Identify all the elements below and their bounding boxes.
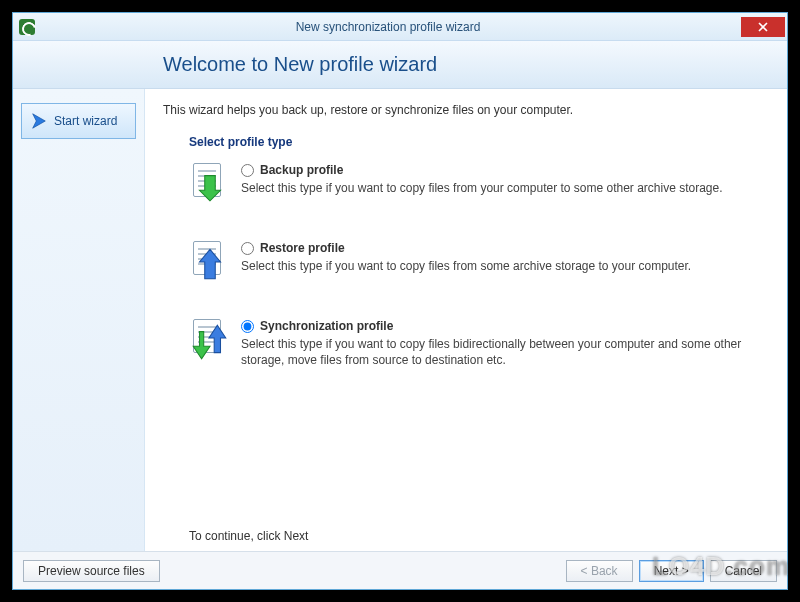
wizard-window: New synchronization profile wizard Welco… xyxy=(12,12,788,590)
restore-icon xyxy=(189,241,231,283)
option-backup: Backup profile Select this type if you w… xyxy=(189,163,765,205)
start-wizard-label: Start wizard xyxy=(54,114,117,128)
play-arrow-icon xyxy=(30,112,48,130)
next-button[interactable]: Next > xyxy=(639,560,704,582)
cancel-button[interactable]: Cancel xyxy=(710,560,777,582)
sync-icon xyxy=(189,319,231,361)
start-wizard-button[interactable]: Start wizard xyxy=(21,103,136,139)
option-sync: Synchronization profile Select this type… xyxy=(189,319,765,368)
window-title: New synchronization profile wizard xyxy=(35,20,741,34)
label-backup[interactable]: Backup profile xyxy=(260,163,343,177)
header-band: Welcome to New profile wizard xyxy=(13,41,787,89)
app-icon xyxy=(19,19,35,35)
profile-type-options: Backup profile Select this type if you w… xyxy=(189,163,765,368)
footer: Preview source files < Back Next > Cance… xyxy=(13,551,787,589)
backup-icon xyxy=(189,163,231,205)
label-restore[interactable]: Restore profile xyxy=(260,241,345,255)
back-button[interactable]: < Back xyxy=(566,560,633,582)
preview-source-files-button[interactable]: Preview source files xyxy=(23,560,160,582)
titlebar: New synchronization profile wizard xyxy=(13,13,787,41)
radio-restore[interactable] xyxy=(241,242,254,255)
close-button[interactable] xyxy=(741,17,785,37)
main-content: This wizard helps you back up, restore o… xyxy=(145,89,787,551)
page-title: Welcome to New profile wizard xyxy=(163,53,437,76)
radio-sync[interactable] xyxy=(241,320,254,333)
sidebar: Start wizard xyxy=(13,89,145,551)
desc-backup: Select this type if you want to copy fil… xyxy=(241,180,765,196)
body: Start wizard This wizard helps you back … xyxy=(13,89,787,551)
desc-sync: Select this type if you want to copy fil… xyxy=(241,336,765,368)
continue-hint: To continue, click Next xyxy=(189,529,308,543)
close-icon xyxy=(758,22,768,32)
intro-text: This wizard helps you back up, restore o… xyxy=(163,103,765,117)
option-restore: Restore profile Select this type if you … xyxy=(189,241,765,283)
section-title: Select profile type xyxy=(189,135,765,149)
desc-restore: Select this type if you want to copy fil… xyxy=(241,258,765,274)
radio-backup[interactable] xyxy=(241,164,254,177)
label-sync[interactable]: Synchronization profile xyxy=(260,319,393,333)
